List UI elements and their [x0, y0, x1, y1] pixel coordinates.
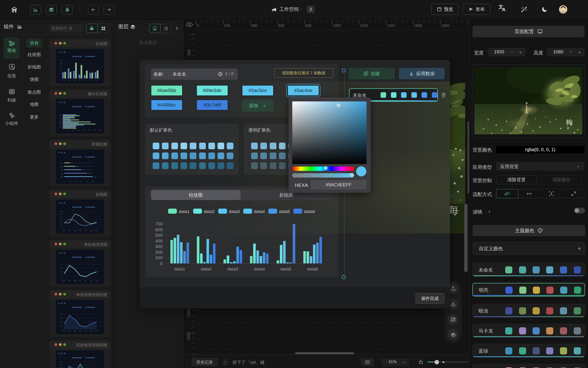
svg-text:150: 150: [77, 129, 79, 131]
svg-text:60: 60: [82, 169, 84, 171]
svg-text:Mon: Mon: [63, 230, 65, 231]
svg-text:Sun: Sun: [60, 114, 62, 116]
svg-text:100: 100: [60, 223, 62, 225]
svg-text:20: 20: [71, 162, 73, 164]
svg-text:Wed: Wed: [73, 230, 76, 231]
svg-text:200: 200: [60, 218, 62, 220]
svg-text:Wed: Wed: [73, 280, 76, 282]
svg-text:350: 350: [60, 60, 62, 61]
svg-text:80: 80: [86, 181, 88, 182]
svg-text:Sun: Sun: [95, 330, 98, 332]
svg-text:Sat: Sat: [90, 280, 92, 282]
svg-text:Wed: Wed: [73, 330, 76, 332]
svg-text:Mon: Mon: [63, 280, 65, 282]
svg-text:300: 300: [60, 364, 62, 365]
svg-text:Thu: Thu: [79, 79, 81, 81]
svg-text:40: 40: [77, 166, 78, 167]
svg-text:厦门: 厦门: [61, 162, 63, 164]
svg-text:250: 250: [88, 129, 90, 131]
svg-text:夢: 夢: [567, 127, 570, 130]
svg-text:Fri: Fri: [85, 230, 87, 231]
svg-text:Mon: Mon: [63, 330, 65, 332]
svg-text:100: 100: [60, 73, 62, 74]
svg-text:上海: 上海: [60, 173, 63, 174]
svg-text:50: 50: [61, 75, 62, 77]
svg-text:Thu: Thu: [79, 330, 81, 332]
svg-text:50: 50: [61, 325, 62, 326]
svg-text:Tue: Tue: [60, 125, 62, 126]
svg-text:0: 0: [61, 329, 62, 330]
svg-text:Tue: Tue: [69, 280, 71, 282]
svg-text:Sat: Sat: [90, 330, 92, 332]
svg-text:350: 350: [60, 211, 62, 212]
svg-text:250: 250: [60, 216, 62, 217]
svg-text:150: 150: [60, 70, 62, 72]
svg-text:350: 350: [99, 129, 100, 131]
svg-text:Mon: Mon: [59, 127, 62, 128]
svg-text:0: 0: [61, 228, 62, 230]
svg-text:100: 100: [92, 181, 94, 182]
svg-text:Tue: Tue: [69, 230, 71, 231]
svg-text:新疆: 新疆: [61, 176, 63, 178]
svg-text:150: 150: [60, 267, 62, 269]
svg-text:100: 100: [94, 176, 97, 178]
svg-text:150: 150: [60, 221, 62, 222]
svg-text:Sat: Sat: [90, 79, 92, 81]
svg-text:Sun: Sun: [95, 79, 98, 81]
svg-text:Thu: Thu: [79, 230, 81, 231]
svg-text:100: 100: [60, 271, 62, 273]
svg-text:50: 50: [67, 129, 69, 131]
svg-text:Fri: Fri: [85, 280, 87, 282]
svg-text:Fri: Fri: [61, 119, 62, 120]
svg-text:50: 50: [61, 275, 62, 276]
svg-text:梅: 梅: [566, 119, 573, 126]
svg-text:80: 80: [88, 173, 90, 174]
svg-text:Sun: Sun: [95, 230, 98, 231]
svg-text:0: 0: [61, 278, 62, 280]
svg-text:Tue: Tue: [69, 330, 71, 332]
svg-text:100: 100: [72, 129, 74, 131]
svg-text:Fri: Fri: [85, 330, 87, 332]
svg-text:200: 200: [60, 314, 62, 315]
svg-text:20: 20: [69, 181, 71, 182]
svg-text:南阳: 南阳: [61, 166, 63, 167]
svg-text:Wed: Wed: [73, 79, 76, 81]
svg-text:250: 250: [60, 65, 62, 66]
svg-text:Thu: Thu: [60, 120, 62, 122]
svg-text:200: 200: [60, 264, 62, 265]
svg-text:300: 300: [60, 213, 62, 215]
svg-text:Sat: Sat: [90, 230, 92, 231]
svg-text:100: 100: [60, 321, 62, 323]
svg-text:300: 300: [60, 63, 62, 64]
svg-text:300: 300: [93, 129, 95, 131]
svg-text:Tue: Tue: [68, 79, 71, 81]
svg-text:150: 150: [60, 317, 62, 319]
svg-text:Fri: Fri: [85, 79, 87, 81]
svg-text:Sun: Sun: [95, 280, 98, 282]
svg-text:60: 60: [81, 181, 82, 182]
svg-text:0: 0: [64, 181, 65, 182]
svg-text:250: 250: [60, 366, 62, 368]
svg-text:50: 50: [61, 226, 62, 227]
svg-text:200: 200: [82, 129, 85, 131]
svg-text:北京: 北京: [61, 169, 63, 171]
svg-text:40: 40: [75, 181, 77, 182]
svg-text:Thu: Thu: [79, 280, 81, 282]
svg-text:350: 350: [60, 361, 62, 363]
svg-text:Mon: Mon: [63, 79, 65, 81]
svg-text:200: 200: [60, 68, 62, 69]
svg-text:0: 0: [62, 129, 63, 131]
svg-text:Sat: Sat: [60, 116, 62, 118]
svg-text:0: 0: [61, 78, 62, 79]
svg-text:Wed: Wed: [59, 123, 62, 124]
